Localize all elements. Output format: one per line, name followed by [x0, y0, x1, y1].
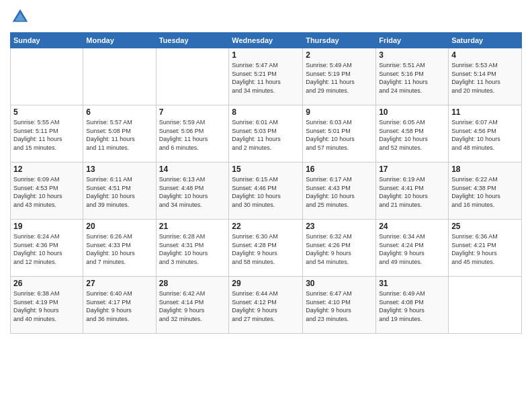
- day-info: Sunrise: 6:03 AM Sunset: 5:01 PM Dayligh…: [306, 118, 373, 152]
- weekday-header-friday: Friday: [376, 33, 449, 48]
- day-info: Sunrise: 6:15 AM Sunset: 4:46 PM Dayligh…: [232, 175, 300, 209]
- day-number: 28: [159, 279, 226, 288]
- day-cell: 27Sunrise: 6:40 AM Sunset: 4:17 PM Dayli…: [83, 277, 156, 334]
- day-number: 5: [13, 107, 80, 117]
- day-number: 15: [232, 165, 300, 174]
- day-cell: 2Sunrise: 5:49 AM Sunset: 5:19 PM Daylig…: [303, 48, 376, 105]
- day-info: Sunrise: 5:55 AM Sunset: 5:11 PM Dayligh…: [13, 118, 80, 152]
- day-info: Sunrise: 6:26 AM Sunset: 4:33 PM Dayligh…: [86, 232, 152, 266]
- day-info: Sunrise: 6:40 AM Sunset: 4:17 PM Dayligh…: [86, 289, 152, 323]
- day-cell: 29Sunrise: 6:44 AM Sunset: 4:12 PM Dayli…: [229, 277, 303, 334]
- calendar-table: SundayMondayTuesdayWednesdayThursdayFrid…: [10, 32, 522, 334]
- day-info: Sunrise: 6:19 AM Sunset: 4:41 PM Dayligh…: [379, 175, 445, 209]
- day-number: 3: [379, 50, 445, 60]
- day-cell: [11, 48, 83, 105]
- day-number: 18: [451, 165, 519, 174]
- day-number: 6: [86, 107, 152, 117]
- day-info: Sunrise: 6:32 AM Sunset: 4:26 PM Dayligh…: [306, 232, 373, 266]
- weekday-header-sunday: Sunday: [11, 33, 83, 48]
- weekday-row: SundayMondayTuesdayWednesdayThursdayFrid…: [11, 33, 522, 48]
- day-number: 21: [159, 222, 226, 231]
- day-cell: 28Sunrise: 6:42 AM Sunset: 4:14 PM Dayli…: [156, 277, 229, 334]
- day-info: Sunrise: 5:59 AM Sunset: 5:06 PM Dayligh…: [159, 118, 226, 152]
- day-cell: 17Sunrise: 6:19 AM Sunset: 4:41 PM Dayli…: [376, 163, 449, 220]
- day-cell: 9Sunrise: 6:03 AM Sunset: 5:01 PM Daylig…: [303, 105, 376, 163]
- week-row-2: 5Sunrise: 5:55 AM Sunset: 5:11 PM Daylig…: [11, 105, 522, 163]
- day-number: 4: [451, 50, 519, 60]
- day-cell: 13Sunrise: 6:11 AM Sunset: 4:51 PM Dayli…: [83, 163, 156, 220]
- day-info: Sunrise: 6:07 AM Sunset: 4:56 PM Dayligh…: [451, 118, 519, 152]
- day-cell: 25Sunrise: 6:36 AM Sunset: 4:21 PM Dayli…: [449, 220, 522, 277]
- day-info: Sunrise: 6:24 AM Sunset: 4:36 PM Dayligh…: [13, 232, 80, 266]
- day-number: 22: [232, 222, 300, 231]
- day-number: 23: [306, 222, 373, 231]
- day-info: Sunrise: 6:36 AM Sunset: 4:21 PM Dayligh…: [451, 232, 519, 266]
- day-number: 1: [232, 50, 300, 60]
- day-number: 19: [13, 222, 80, 231]
- day-number: 25: [451, 222, 519, 231]
- day-info: Sunrise: 5:57 AM Sunset: 5:08 PM Dayligh…: [86, 118, 152, 152]
- day-info: Sunrise: 6:44 AM Sunset: 4:12 PM Dayligh…: [232, 289, 300, 323]
- day-info: Sunrise: 6:28 AM Sunset: 4:31 PM Dayligh…: [159, 232, 226, 266]
- day-cell: 18Sunrise: 6:22 AM Sunset: 4:38 PM Dayli…: [449, 163, 522, 220]
- week-row-3: 12Sunrise: 6:09 AM Sunset: 4:53 PM Dayli…: [11, 163, 522, 220]
- page: SundayMondayTuesdayWednesdayThursdayFrid…: [0, 0, 532, 411]
- day-info: Sunrise: 6:09 AM Sunset: 4:53 PM Dayligh…: [13, 175, 80, 209]
- day-number: 30: [306, 279, 373, 288]
- day-info: Sunrise: 6:11 AM Sunset: 4:51 PM Dayligh…: [86, 175, 152, 209]
- day-cell: 3Sunrise: 5:51 AM Sunset: 5:16 PM Daylig…: [376, 48, 449, 105]
- weekday-header-wednesday: Wednesday: [229, 33, 303, 48]
- day-number: 13: [86, 165, 152, 174]
- day-number: 11: [451, 107, 519, 117]
- day-cell: 7Sunrise: 5:59 AM Sunset: 5:06 PM Daylig…: [156, 105, 229, 163]
- day-cell: 19Sunrise: 6:24 AM Sunset: 4:36 PM Dayli…: [11, 220, 83, 277]
- day-cell: 8Sunrise: 6:01 AM Sunset: 5:03 PM Daylig…: [229, 105, 303, 163]
- header: [10, 7, 522, 27]
- day-info: Sunrise: 5:47 AM Sunset: 5:21 PM Dayligh…: [232, 61, 300, 95]
- day-info: Sunrise: 6:30 AM Sunset: 4:28 PM Dayligh…: [232, 232, 300, 266]
- day-cell: 4Sunrise: 5:53 AM Sunset: 5:14 PM Daylig…: [449, 48, 522, 105]
- day-number: 27: [86, 279, 152, 288]
- weekday-header-thursday: Thursday: [303, 33, 376, 48]
- day-info: Sunrise: 6:17 AM Sunset: 4:43 PM Dayligh…: [306, 175, 373, 209]
- day-cell: [83, 48, 156, 105]
- day-info: Sunrise: 6:05 AM Sunset: 4:58 PM Dayligh…: [379, 118, 445, 152]
- day-cell: 5Sunrise: 5:55 AM Sunset: 5:11 PM Daylig…: [11, 105, 83, 163]
- weekday-header-saturday: Saturday: [449, 33, 522, 48]
- day-cell: 26Sunrise: 6:38 AM Sunset: 4:19 PM Dayli…: [11, 277, 83, 334]
- weekday-header-tuesday: Tuesday: [156, 33, 229, 48]
- day-info: Sunrise: 6:47 AM Sunset: 4:10 PM Dayligh…: [306, 289, 373, 323]
- day-info: Sunrise: 5:53 AM Sunset: 5:14 PM Dayligh…: [451, 61, 519, 95]
- day-info: Sunrise: 6:42 AM Sunset: 4:14 PM Dayligh…: [159, 289, 226, 323]
- week-row-1: 1Sunrise: 5:47 AM Sunset: 5:21 PM Daylig…: [11, 48, 522, 105]
- day-number: 12: [13, 165, 80, 174]
- day-number: 2: [306, 50, 373, 60]
- day-info: Sunrise: 6:34 AM Sunset: 4:24 PM Dayligh…: [379, 232, 445, 266]
- day-cell: 12Sunrise: 6:09 AM Sunset: 4:53 PM Dayli…: [11, 163, 83, 220]
- day-info: Sunrise: 5:51 AM Sunset: 5:16 PM Dayligh…: [379, 61, 445, 95]
- day-cell: [449, 277, 522, 334]
- week-row-5: 26Sunrise: 6:38 AM Sunset: 4:19 PM Dayli…: [11, 277, 522, 334]
- day-number: 31: [379, 279, 445, 288]
- day-cell: 1Sunrise: 5:47 AM Sunset: 5:21 PM Daylig…: [229, 48, 303, 105]
- day-number: 26: [13, 279, 80, 288]
- day-cell: 21Sunrise: 6:28 AM Sunset: 4:31 PM Dayli…: [156, 220, 229, 277]
- day-number: 7: [159, 107, 226, 117]
- day-number: 14: [159, 165, 226, 174]
- day-info: Sunrise: 6:13 AM Sunset: 4:48 PM Dayligh…: [159, 175, 226, 209]
- day-cell: 10Sunrise: 6:05 AM Sunset: 4:58 PM Dayli…: [376, 105, 449, 163]
- day-number: 20: [86, 222, 152, 231]
- day-cell: 11Sunrise: 6:07 AM Sunset: 4:56 PM Dayli…: [449, 105, 522, 163]
- day-cell: 20Sunrise: 6:26 AM Sunset: 4:33 PM Dayli…: [83, 220, 156, 277]
- day-info: Sunrise: 6:38 AM Sunset: 4:19 PM Dayligh…: [13, 289, 80, 323]
- day-cell: 24Sunrise: 6:34 AM Sunset: 4:24 PM Dayli…: [376, 220, 449, 277]
- day-number: 17: [379, 165, 445, 174]
- day-cell: 30Sunrise: 6:47 AM Sunset: 4:10 PM Dayli…: [303, 277, 376, 334]
- logo: [10, 7, 33, 27]
- calendar-header: SundayMondayTuesdayWednesdayThursdayFrid…: [11, 33, 522, 48]
- day-info: Sunrise: 6:22 AM Sunset: 4:38 PM Dayligh…: [451, 175, 519, 209]
- weekday-header-monday: Monday: [83, 33, 156, 48]
- day-number: 29: [232, 279, 300, 288]
- day-cell: 14Sunrise: 6:13 AM Sunset: 4:48 PM Dayli…: [156, 163, 229, 220]
- day-number: 9: [306, 107, 373, 117]
